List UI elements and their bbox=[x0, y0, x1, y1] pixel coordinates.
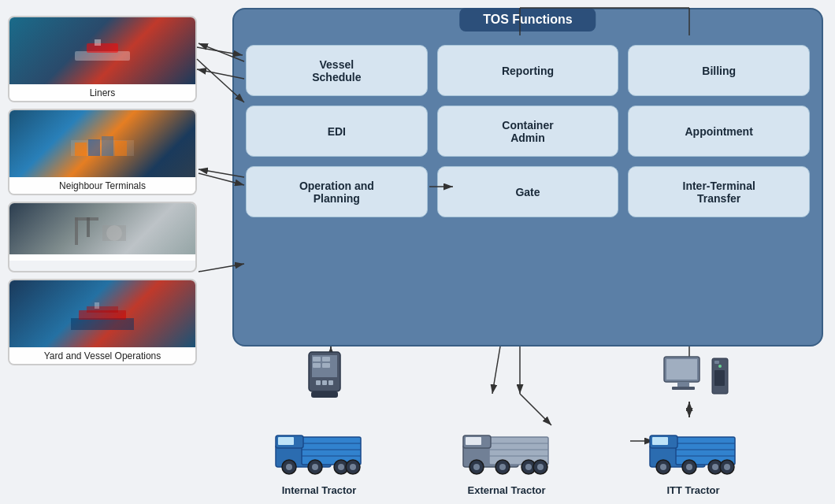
handheld-icon bbox=[305, 350, 344, 402]
svg-point-66 bbox=[286, 464, 292, 470]
liners-image bbox=[9, 17, 195, 84]
svg-rect-53 bbox=[672, 387, 695, 390]
internal-tractor-label: Internal Tractor bbox=[282, 484, 357, 496]
svg-rect-16 bbox=[95, 302, 99, 309]
svg-rect-48 bbox=[328, 380, 333, 385]
svg-point-100 bbox=[712, 464, 718, 470]
svg-point-96 bbox=[660, 464, 666, 470]
neighbour-image bbox=[9, 110, 195, 177]
left-images-panel: Liners Neighbour Terminals bbox=[8, 16, 205, 365]
svg-rect-6 bbox=[102, 136, 113, 156]
svg-rect-10 bbox=[87, 217, 90, 237]
container-admin-box[interactable]: ContainerAdmin bbox=[437, 106, 619, 157]
inter-terminal-box[interactable]: Inter-TerminalTransfer bbox=[628, 166, 810, 217]
svg-point-72 bbox=[350, 464, 356, 470]
svg-point-85 bbox=[525, 464, 532, 470]
svg-rect-42 bbox=[322, 357, 330, 361]
svg-rect-64 bbox=[278, 437, 294, 445]
svg-point-12 bbox=[106, 225, 122, 241]
svg-rect-47 bbox=[322, 380, 327, 385]
handheld-device bbox=[305, 350, 344, 402]
yard-image bbox=[9, 280, 195, 347]
gate-box[interactable]: Gate bbox=[437, 166, 619, 217]
neighbour-terminals-card: Neighbour Terminals bbox=[8, 109, 197, 195]
svg-point-56 bbox=[718, 365, 722, 368]
svg-rect-45 bbox=[313, 369, 330, 374]
svg-point-81 bbox=[473, 464, 480, 470]
svg-rect-13 bbox=[71, 318, 134, 330]
appointment-box[interactable]: Appointment bbox=[628, 106, 810, 157]
svg-rect-7 bbox=[115, 141, 127, 156]
svg-rect-41 bbox=[313, 357, 321, 361]
tos-container: TOS Functions VesselSchedule Reporting B… bbox=[232, 8, 823, 346]
vessel-schedule-box[interactable]: VesselSchedule bbox=[246, 45, 428, 96]
svg-rect-94 bbox=[652, 437, 668, 445]
svg-point-102 bbox=[724, 464, 730, 470]
internal-tractor-section: Internal Tractor bbox=[272, 421, 366, 496]
svg-rect-1 bbox=[87, 43, 118, 53]
svg-line-32 bbox=[492, 346, 500, 394]
svg-rect-44 bbox=[322, 363, 330, 368]
tos-functions-grid: VesselSchedule Reporting Billing EDI Con… bbox=[246, 45, 810, 217]
operations-image bbox=[9, 203, 195, 254]
operations-label bbox=[9, 254, 195, 261]
liners-label: Liners bbox=[9, 84, 195, 102]
svg-point-70 bbox=[338, 464, 344, 470]
external-tractor-label: External Tractor bbox=[468, 484, 546, 496]
svg-rect-2 bbox=[95, 39, 101, 46]
svg-rect-15 bbox=[87, 306, 118, 313]
reporting-box[interactable]: Reporting bbox=[437, 45, 619, 96]
svg-line-37 bbox=[520, 394, 551, 425]
svg-rect-46 bbox=[316, 380, 321, 385]
itt-tractor-label: ITT Tractor bbox=[666, 484, 719, 496]
yard-vessel-card: Yard and Vessel Operations bbox=[8, 279, 197, 365]
itt-tractor-icon bbox=[646, 421, 740, 484]
tos-title: TOS Functions bbox=[459, 8, 596, 32]
internal-tractor-icon bbox=[272, 421, 366, 484]
svg-rect-4 bbox=[75, 143, 87, 156]
neighbour-label: Neighbour Terminals bbox=[9, 177, 195, 195]
svg-rect-51 bbox=[666, 359, 697, 380]
computer-device bbox=[662, 354, 729, 398]
external-tractor-icon bbox=[459, 421, 554, 484]
liners-card: Liners bbox=[8, 16, 197, 102]
svg-rect-52 bbox=[677, 382, 689, 387]
tower-icon bbox=[710, 354, 729, 398]
external-tractor-section: External Tractor bbox=[459, 421, 554, 496]
monitor-icon bbox=[662, 354, 705, 398]
billing-box[interactable]: Billing bbox=[628, 45, 810, 96]
svg-rect-79 bbox=[466, 437, 481, 445]
svg-point-98 bbox=[686, 464, 692, 470]
edi-box[interactable]: EDI bbox=[246, 106, 428, 157]
operation-planning-box[interactable]: Operation andPlanning bbox=[246, 166, 428, 217]
svg-rect-43 bbox=[313, 363, 321, 368]
yard-label: Yard and Vessel Operations bbox=[9, 347, 195, 365]
svg-rect-8 bbox=[75, 217, 78, 245]
itt-tractor-section: ITT Tractor bbox=[646, 421, 740, 496]
svg-point-83 bbox=[499, 464, 506, 470]
svg-rect-55 bbox=[714, 361, 719, 364]
svg-point-87 bbox=[537, 464, 544, 470]
operations-card bbox=[8, 202, 197, 272]
svg-rect-5 bbox=[88, 139, 100, 156]
svg-point-68 bbox=[312, 464, 318, 470]
svg-rect-49 bbox=[311, 391, 338, 398]
svg-rect-57 bbox=[714, 370, 725, 386]
